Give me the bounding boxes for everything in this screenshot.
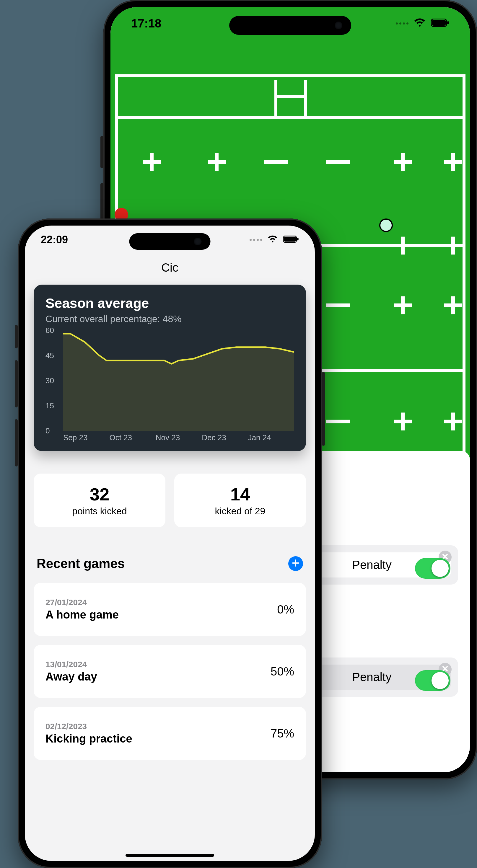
card-subtitle: Current overall percentage: 48% — [46, 314, 294, 324]
game-row[interactable]: 27/01/2024 A home game 0% — [34, 583, 306, 636]
wifi-icon — [414, 18, 426, 28]
game-date: 27/01/2024 — [46, 598, 119, 607]
recent-games-header: Recent games — [37, 556, 303, 571]
status-time: 17:18 — [131, 17, 161, 30]
game-pct: 75% — [271, 727, 294, 740]
stat-points-kicked[interactable]: 32 points kicked — [34, 473, 166, 527]
screen-front: 22:09 Cic Season average Current overall… — [25, 225, 315, 861]
season-chart: 015304560 — [46, 330, 294, 431]
battery-icon — [431, 19, 449, 28]
game-pct: 50% — [271, 665, 294, 678]
stat-value: 14 — [177, 484, 303, 504]
status-time: 22:09 — [41, 234, 68, 246]
add-game-button[interactable] — [288, 556, 303, 571]
game-row[interactable]: 13/01/2024 Away day 50% — [34, 645, 306, 698]
game-pct: 0% — [277, 603, 294, 616]
card-title: Season average — [46, 295, 294, 311]
cell-signal-icon — [249, 239, 262, 241]
kick-marker-success[interactable] — [379, 218, 393, 232]
stat-label: kicked of 29 — [177, 506, 303, 517]
stat-kicks-made[interactable]: 14 kicked of 29 — [174, 473, 306, 527]
season-average-card[interactable]: Season average Current overall percentag… — [34, 285, 306, 451]
stat-label: points kicked — [37, 506, 162, 517]
cell-signal-icon — [396, 23, 409, 25]
stat-value: 32 — [37, 484, 162, 504]
wifi-icon — [268, 235, 278, 244]
nav-title: Cic — [25, 261, 315, 274]
device-button — [15, 419, 18, 466]
battery-icon — [283, 236, 299, 244]
device-button — [15, 325, 18, 348]
game-title: Away day — [46, 671, 97, 683]
chart-x-axis: Sep 23Oct 23Nov 23Dec 23Jan 24 — [46, 433, 294, 442]
svg-rect-2 — [447, 21, 449, 24]
svg-rect-45 — [297, 238, 299, 241]
game-date: 02/12/2023 — [46, 722, 132, 731]
dynamic-island — [129, 233, 211, 250]
game-title: A home game — [46, 609, 119, 621]
home-indicator[interactable] — [125, 854, 214, 857]
device-frame-front: 22:09 Cic Season average Current overall… — [18, 218, 322, 868]
device-button — [322, 372, 325, 446]
stat-row: 32 points kicked 14 kicked of 29 — [34, 473, 306, 527]
section-title: Recent games — [37, 556, 125, 571]
success-toggle[interactable] — [415, 670, 450, 691]
game-date: 13/01/2024 — [46, 660, 97, 669]
success-toggle[interactable] — [415, 558, 450, 579]
plus-icon — [292, 559, 299, 568]
game-title: Kicking practice — [46, 733, 132, 745]
device-button — [15, 360, 18, 407]
svg-rect-1 — [432, 20, 446, 26]
device-button — [100, 136, 103, 168]
svg-rect-44 — [284, 237, 296, 242]
game-row[interactable]: 02/12/2023 Kicking practice 75% — [34, 707, 306, 760]
dynamic-island — [229, 16, 352, 35]
